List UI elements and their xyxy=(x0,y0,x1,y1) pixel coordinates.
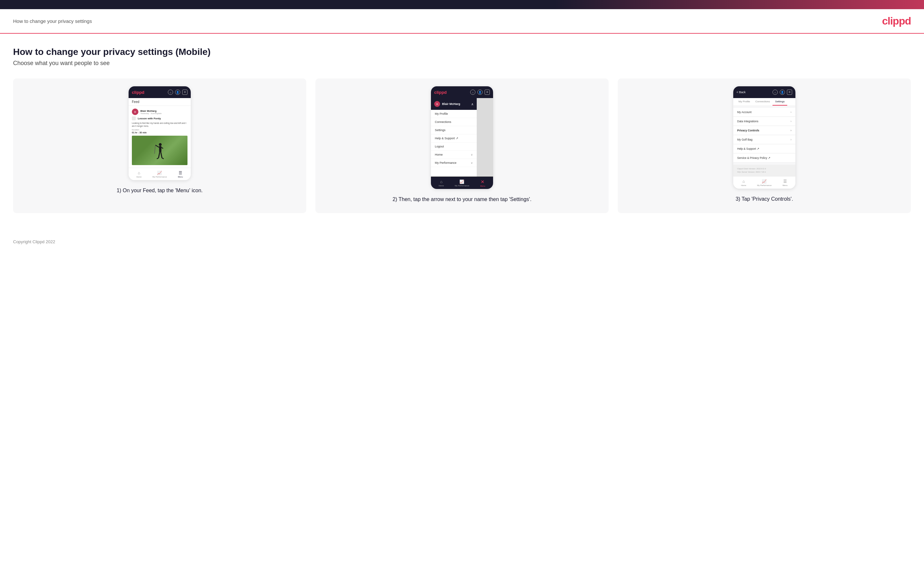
menu-section-performance[interactable]: My Performance ∨ xyxy=(431,159,477,167)
settings-item-privacycontrols[interactable]: Privacy Controls › xyxy=(733,126,795,135)
settings-item-serviceprivacy[interactable]: Service & Privacy Policy ↗ xyxy=(733,154,795,163)
menu-label-3: Menu xyxy=(783,184,788,186)
lesson-title: Lesson with Fordy xyxy=(138,117,161,120)
svg-point-0 xyxy=(159,143,162,146)
phone-nav-icons-2: ⌕ 👤 ⚙ xyxy=(470,90,490,95)
avatar-1: B xyxy=(132,108,138,115)
svg-line-4 xyxy=(159,152,160,158)
person-icon-2: 👤 xyxy=(477,90,483,95)
post-user-info: Blair McHarg Yesterday · Sunningdale xyxy=(141,110,162,114)
phone-bottom-nav-3: ⌂ Home 📈 My Performance ☰ Menu xyxy=(733,176,795,189)
menu-icon-1: ☰ xyxy=(179,171,182,175)
screen3-nav-bar: < Back ⌕ 👤 ⚙ xyxy=(733,86,795,98)
step-card-2: clippd ⌕ 👤 ⚙ B xyxy=(315,79,609,213)
golf-image xyxy=(132,136,187,165)
phone-bottom-nav-1: ⌂ Home 📈 My Performance ☰ Menu xyxy=(129,168,191,180)
post-desc: Looking to feel like my hands are exitin… xyxy=(132,122,187,127)
tab-settings[interactable]: Settings xyxy=(772,98,787,106)
phone-bottom-nav-2: ⌂ Home 📈 My Performance ✕ Menu xyxy=(431,177,493,189)
settings-list: My Account › Data Integrations › Privacy… xyxy=(733,106,795,165)
menu-item-helpsupport[interactable]: Help & Support ↗ xyxy=(431,134,477,143)
page-subtitle: Choose what you want people to see xyxy=(13,60,911,67)
tab-myprofile[interactable]: My Profile xyxy=(736,98,753,106)
search-icon-3: ⌕ xyxy=(772,90,778,95)
menu-label-1: Menu xyxy=(178,176,183,178)
settings-item-helpsupport[interactable]: Help & Support ↗ xyxy=(733,145,795,153)
performance-label-3: My Performance xyxy=(757,184,772,186)
flag-icon xyxy=(132,116,136,120)
settings-item-dataintegrations[interactable]: Data Integrations › xyxy=(733,117,795,126)
phone-nav-icons-1: ⌕ 👤 ⚙ xyxy=(168,90,187,95)
menu-arrow-up: ∧ xyxy=(471,102,473,106)
duration-value: 01 hr : 30 min xyxy=(132,131,187,134)
svg-line-7 xyxy=(162,158,163,159)
feed-post: B Blair McHarg Yesterday · Sunningdale L… xyxy=(129,106,191,168)
settings-icon-3: ⚙ xyxy=(787,90,792,95)
post-username: Blair McHarg xyxy=(141,110,162,113)
phone-mockup-1: clippd ⌕ 👤 ⚙ Feed B Blair M xyxy=(129,86,191,180)
menu-icon-3: ☰ xyxy=(783,179,787,184)
duration-label: Duration xyxy=(132,129,187,131)
header: How to change your privacy settings clip… xyxy=(0,9,924,34)
main-content: How to change your privacy settings (Mob… xyxy=(0,34,924,233)
menu-item-connections[interactable]: Connections xyxy=(431,118,477,126)
post-content-row: Lesson with Fordy xyxy=(132,116,187,120)
home-icon-2: ⌂ xyxy=(440,179,443,184)
version-info: Clippd Client Version: 2022.8.3-3 SQL Se… xyxy=(733,165,795,176)
home-label-1: Home xyxy=(136,176,142,178)
person-icon-3: 👤 xyxy=(780,90,785,95)
bottom-nav-home-1: ⌂ Home xyxy=(129,168,149,180)
screen2-overlay: B Blair McHarg ∧ My Profile Connections … xyxy=(431,98,493,177)
chevron-myaccount: › xyxy=(790,111,792,114)
chevron-golfbag: › xyxy=(790,138,792,141)
bottom-nav-close-2[interactable]: ✕ Menu xyxy=(472,177,493,189)
steps-row: clippd ⌕ 👤 ⚙ Feed B Blair M xyxy=(13,79,911,213)
avatar-2: B xyxy=(434,101,440,107)
menu-panel: B Blair McHarg ∧ My Profile Connections … xyxy=(431,98,477,177)
step-label-1: 1) On your Feed, tap the 'Menu' icon. xyxy=(116,187,202,195)
page-title: How to change your privacy settings (Mob… xyxy=(13,47,911,57)
performance-icon-3: 📈 xyxy=(762,179,767,184)
screen3-tabs: My Profile Connections Settings xyxy=(733,98,795,106)
chevron-home: ∨ xyxy=(471,153,473,156)
menu-item-settings[interactable]: Settings xyxy=(431,126,477,134)
header-title: How to change your privacy settings xyxy=(13,18,92,24)
menu-username: Blair McHarg xyxy=(442,102,460,106)
home-label-2: Home xyxy=(439,185,444,187)
settings-item-mygolfbag[interactable]: My Golf Bag › xyxy=(733,135,795,144)
bottom-nav-home-2: ⌂ Home xyxy=(431,177,452,189)
menu-section-home[interactable]: Home ∨ xyxy=(431,151,477,159)
step-card-1: clippd ⌕ 👤 ⚙ Feed B Blair M xyxy=(13,79,306,213)
performance-label-2: My Performance xyxy=(455,185,469,187)
home-label-3: Home xyxy=(741,184,746,186)
menu-item-myprofile[interactable]: My Profile xyxy=(431,110,477,118)
home-icon-3: ⌂ xyxy=(742,179,745,184)
settings-icon-2: ⚙ xyxy=(485,90,490,95)
bottom-nav-performance-1: 📈 My Performance xyxy=(149,168,170,180)
phone-mockup-3: < Back ⌕ 👤 ⚙ My Profile Connections Sett… xyxy=(733,86,795,189)
svg-line-6 xyxy=(157,158,158,159)
phone-logo-1: clippd xyxy=(132,90,144,95)
tab-connections[interactable]: Connections xyxy=(753,98,772,106)
close-label-2: Menu xyxy=(480,185,485,187)
svg-line-2 xyxy=(155,145,159,147)
step-card-3: < Back ⌕ 👤 ⚙ My Profile Connections Sett… xyxy=(618,79,911,213)
logo: clippd xyxy=(882,15,911,27)
phone-nav-bar-1: clippd ⌕ 👤 ⚙ xyxy=(129,86,191,98)
home-icon-1: ⌂ xyxy=(138,171,140,175)
bottom-nav-menu-1[interactable]: ☰ Menu xyxy=(170,168,191,180)
step-label-3: 3) Tap 'Privacy Controls'. xyxy=(735,195,793,203)
golfer-silhouette xyxy=(153,142,166,165)
settings-item-myaccount[interactable]: My Account › xyxy=(733,108,795,117)
menu-item-logout[interactable]: Logout xyxy=(431,143,477,151)
svg-line-8 xyxy=(154,145,155,154)
performance-label-1: My Performance xyxy=(152,176,167,178)
top-bar xyxy=(0,0,924,9)
svg-line-3 xyxy=(161,147,163,149)
menu-user-row: B Blair McHarg ∧ xyxy=(431,98,477,110)
bottom-nav-menu-3[interactable]: ☰ Menu xyxy=(775,177,795,189)
bottom-nav-performance-2: 📈 My Performance xyxy=(452,177,472,189)
back-button[interactable]: < Back xyxy=(737,90,746,94)
phone-mockup-2: clippd ⌕ 👤 ⚙ B xyxy=(431,86,493,189)
bottom-nav-home-3: ⌂ Home xyxy=(733,177,754,189)
